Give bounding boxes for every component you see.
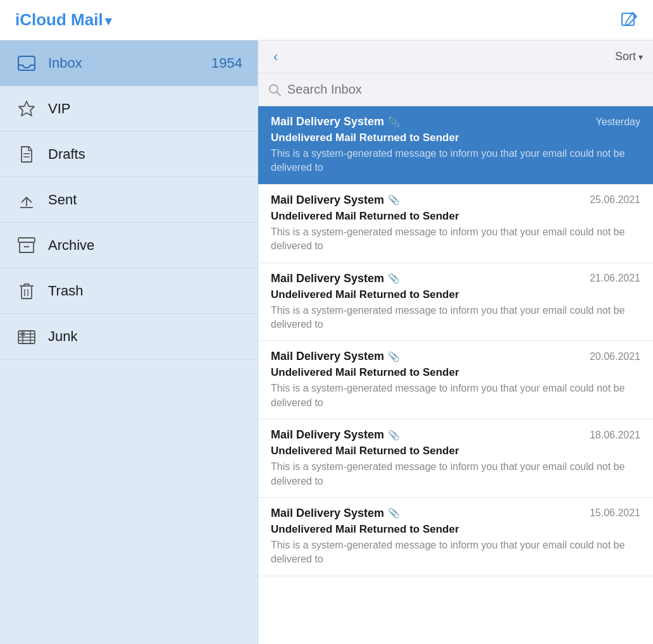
- sidebar-item-archive[interactable]: Archive: [0, 223, 258, 268]
- email-date: 18.06.2021: [590, 430, 640, 441]
- email-item[interactable]: Mail Delivery System📎 25.06.2021 Undeliv…: [258, 185, 653, 263]
- svg-line-24: [277, 92, 281, 96]
- sort-button[interactable]: Sort ▾: [615, 50, 643, 63]
- sidebar-item-sent[interactable]: Sent: [0, 177, 258, 223]
- sidebar: Inbox 1954 VIP Drafts: [0, 40, 258, 644]
- attachment-icon: 📎: [388, 194, 400, 206]
- email-item[interactable]: Mail Delivery System📎 18.06.2021 Undeliv…: [258, 419, 653, 498]
- content-topbar: ‹ Sort ▾: [258, 40, 653, 73]
- email-item[interactable]: Mail Delivery System📎 Yesterday Undelive…: [258, 106, 653, 185]
- email-subject: Undelivered Mail Returned to Sender: [271, 445, 640, 457]
- email-date: 20.06.2021: [590, 351, 640, 362]
- email-item-header: Mail Delivery System📎 15.06.2021: [271, 507, 640, 520]
- sort-label: Sort: [615, 50, 636, 63]
- junk-icon: [15, 325, 38, 348]
- attachment-icon: 📎: [388, 351, 400, 362]
- email-item-header: Mail Delivery System📎 25.06.2021: [271, 194, 640, 207]
- app-title[interactable]: iCloud Mail▾: [15, 10, 111, 30]
- sidebar-drafts-label: Drafts: [48, 146, 242, 163]
- inbox-icon: [15, 52, 38, 75]
- email-content-area: ‹ Sort ▾ Mail Delivery System📎 Yesterday: [258, 40, 653, 644]
- sidebar-junk-label: Junk: [48, 328, 242, 345]
- attachment-icon: 📎: [388, 507, 400, 519]
- sidebar-item-vip[interactable]: VIP: [0, 86, 258, 132]
- app-header: iCloud Mail▾: [0, 0, 653, 40]
- email-item[interactable]: Mail Delivery System📎 15.06.2021 Undeliv…: [258, 498, 653, 576]
- sidebar-sent-label: Sent: [48, 192, 242, 208]
- email-item[interactable]: Mail Delivery System📎 21.06.2021 Undeliv…: [258, 263, 653, 342]
- sidebar-inbox-count: 1954: [211, 55, 242, 71]
- sidebar-item-junk[interactable]: Junk: [0, 314, 258, 359]
- search-input[interactable]: [287, 82, 643, 97]
- email-sender: Mail Delivery System📎: [271, 350, 400, 363]
- sidebar-item-drafts[interactable]: Drafts: [0, 132, 258, 177]
- email-sender: Mail Delivery System📎: [271, 272, 400, 285]
- email-date: 25.06.2021: [590, 194, 640, 206]
- email-list: Mail Delivery System📎 Yesterday Undelive…: [258, 106, 653, 644]
- app-title-prefix: iCloud: [15, 10, 66, 29]
- email-preview: This is a system-generated message to in…: [271, 225, 640, 254]
- app-title-main: Mail: [71, 10, 103, 29]
- sidebar-item-trash[interactable]: Trash: [0, 268, 258, 314]
- email-date: 21.06.2021: [590, 273, 640, 284]
- search-bar: [258, 73, 653, 106]
- email-preview: This is a system-generated message to in…: [271, 147, 640, 175]
- email-sender: Mail Delivery System📎: [271, 507, 400, 520]
- email-item-header: Mail Delivery System📎 18.06.2021: [271, 428, 640, 442]
- email-sender: Mail Delivery System📎: [271, 194, 400, 207]
- email-preview: This is a system-generated message to in…: [271, 381, 640, 410]
- app-title-chevron: ▾: [105, 14, 111, 28]
- sort-chevron-icon: ▾: [638, 52, 643, 62]
- attachment-icon: 📎: [388, 430, 400, 441]
- email-item-header: Mail Delivery System📎 20.06.2021: [271, 350, 640, 363]
- sidebar-trash-label: Trash: [48, 283, 242, 299]
- email-item-header: Mail Delivery System📎 21.06.2021: [271, 272, 640, 285]
- email-date: 15.06.2021: [590, 507, 640, 519]
- compose-icon: [620, 11, 638, 29]
- email-subject: Undelivered Mail Returned to Sender: [271, 132, 640, 144]
- email-date: Yesterday: [595, 116, 640, 128]
- email-preview: This is a system-generated message to in…: [271, 460, 640, 488]
- search-icon: [268, 84, 281, 96]
- trash-icon: [15, 280, 38, 302]
- archive-icon: [15, 234, 38, 257]
- sidebar-vip-label: VIP: [48, 101, 242, 117]
- sidebar-archive-label: Archive: [48, 237, 242, 254]
- email-item-header: Mail Delivery System📎 Yesterday: [271, 115, 640, 128]
- email-sender: Mail Delivery System📎: [271, 428, 400, 442]
- email-preview: This is a system-generated message to in…: [271, 538, 640, 567]
- sent-icon: [15, 189, 38, 211]
- back-button[interactable]: ‹: [268, 46, 283, 68]
- compose-button[interactable]: [620, 11, 638, 29]
- main-layout: Inbox 1954 VIP Drafts: [0, 40, 653, 644]
- email-item[interactable]: Mail Delivery System📎 20.06.2021 Undeliv…: [258, 341, 653, 419]
- sidebar-item-inbox[interactable]: Inbox 1954: [0, 40, 258, 86]
- email-subject: Undelivered Mail Returned to Sender: [271, 288, 640, 301]
- svg-marker-4: [19, 101, 34, 116]
- email-sender: Mail Delivery System📎: [271, 115, 400, 128]
- svg-rect-7: [18, 238, 35, 242]
- draft-icon: [15, 143, 38, 166]
- attachment-icon: 📎: [388, 116, 400, 128]
- email-preview: This is a system-generated message to in…: [271, 304, 640, 332]
- star-icon: [15, 97, 38, 120]
- sidebar-inbox-label: Inbox: [48, 55, 211, 71]
- attachment-icon: 📎: [388, 273, 400, 284]
- email-subject: Undelivered Mail Returned to Sender: [271, 210, 640, 223]
- email-subject: Undelivered Mail Returned to Sender: [271, 366, 640, 379]
- email-subject: Undelivered Mail Returned to Sender: [271, 523, 640, 536]
